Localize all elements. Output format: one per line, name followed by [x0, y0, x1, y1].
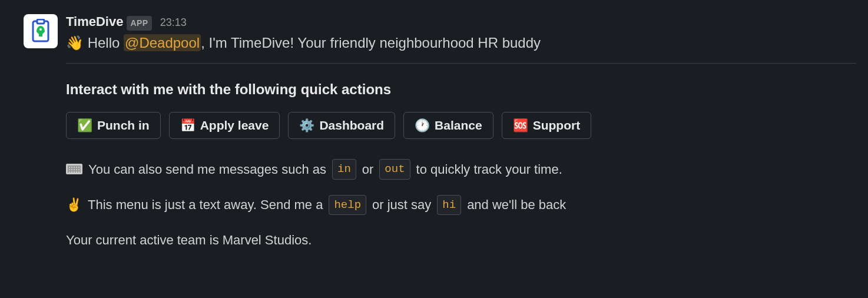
wave-emoji-icon: 👋: [66, 35, 84, 51]
message-content: TimeDive APP 23:13 👋 Hello @Deadpool, I'…: [66, 12, 856, 250]
button-label: Punch in: [97, 118, 150, 133]
info2-pre: This menu is just a text away. Send me a: [88, 195, 323, 214]
support-button[interactable]: 🆘 Support: [502, 112, 591, 139]
greeting-post: , I'm TimeDive! Your friendly neighbourh…: [201, 35, 541, 51]
info1-post: to quickly track your time.: [416, 160, 562, 179]
action-button-row: ✅ Punch in 📅 Apply leave ⚙️ Dashboard 🕐 …: [66, 112, 856, 139]
info2-post: and we'll be back: [467, 195, 566, 214]
svg-rect-1: [37, 19, 44, 24]
button-label: Dashboard: [319, 118, 384, 133]
apply-leave-button[interactable]: 📅 Apply leave: [169, 112, 280, 139]
info-line-help: ✌️ This menu is just a text away. Send m…: [66, 195, 856, 216]
button-label: Apply leave: [200, 118, 269, 133]
code-in: in: [332, 159, 356, 180]
code-hi: hi: [437, 195, 461, 216]
sender-name[interactable]: TimeDive: [66, 12, 123, 31]
peace-emoji-icon: ✌️: [66, 195, 82, 214]
message-header: TimeDive APP 23:13: [66, 12, 856, 31]
button-label: Support: [533, 118, 580, 133]
slack-message: TimeDive APP 23:13 👋 Hello @Deadpool, I'…: [24, 12, 856, 250]
app-avatar[interactable]: [24, 14, 58, 48]
timestamp[interactable]: 23:13: [160, 15, 187, 31]
greeting-line: 👋 Hello @Deadpool, I'm TimeDive! Your fr…: [66, 32, 856, 64]
gear-emoji-icon: ⚙️: [299, 118, 314, 133]
code-help: help: [329, 195, 366, 216]
greeting-pre: Hello: [84, 35, 124, 51]
check-emoji-icon: ✅: [77, 118, 92, 133]
info1-mid: or: [362, 160, 374, 179]
clipboard-rocket-icon: [28, 19, 53, 44]
team-line: Your current active team is Marvel Studi…: [66, 230, 856, 250]
punch-in-button[interactable]: ✅ Punch in: [66, 112, 161, 139]
code-out: out: [379, 159, 410, 180]
keyboard-icon: [66, 164, 82, 174]
info1-pre: You can also send me messages such as: [88, 160, 326, 179]
calendar-emoji-icon: 📅: [180, 118, 196, 133]
button-label: Balance: [435, 118, 482, 133]
svg-point-2: [39, 28, 42, 31]
user-mention[interactable]: @Deadpool: [124, 34, 201, 51]
dashboard-button[interactable]: ⚙️ Dashboard: [288, 112, 395, 139]
app-badge: APP: [127, 16, 151, 31]
sos-emoji-icon: 🆘: [513, 118, 528, 133]
balance-button[interactable]: 🕐 Balance: [403, 112, 493, 139]
info2-mid: or just say: [372, 195, 431, 214]
clock-emoji-icon: 🕐: [415, 118, 430, 133]
section-title: Interact with me with the following quic…: [66, 79, 856, 100]
info-line-messages: You can also send me messages such as in…: [66, 159, 856, 180]
